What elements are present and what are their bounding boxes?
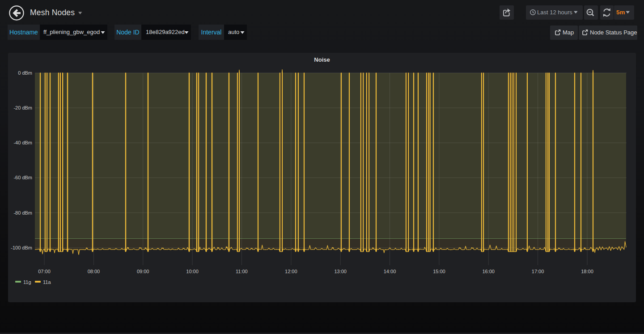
svg-text:15:00: 15:00 xyxy=(433,269,445,274)
svg-text:-20 dBm: -20 dBm xyxy=(13,105,32,110)
svg-text:18:00: 18:00 xyxy=(581,269,593,274)
svg-text:13:00: 13:00 xyxy=(334,269,347,274)
svg-text:10:00: 10:00 xyxy=(186,269,199,274)
svg-text:16:00: 16:00 xyxy=(482,269,495,274)
svg-text:09:00: 09:00 xyxy=(137,269,149,274)
svg-text:17:00: 17:00 xyxy=(532,269,544,274)
svg-text:-80 dBm: -80 dBm xyxy=(13,210,32,216)
svg-text:-60 dBm: -60 dBm xyxy=(13,175,32,180)
svg-text:-40 dBm: -40 dBm xyxy=(13,140,32,145)
svg-text:14:00: 14:00 xyxy=(384,269,396,274)
svg-text:07:00: 07:00 xyxy=(38,269,51,274)
svg-text:11a: 11a xyxy=(43,279,51,285)
svg-text:0 dBm: 0 dBm xyxy=(18,70,32,76)
svg-text:12:00: 12:00 xyxy=(285,269,297,274)
svg-text:08:00: 08:00 xyxy=(88,269,100,274)
svg-text:11:00: 11:00 xyxy=(236,269,248,274)
svg-text:-100 dBm: -100 dBm xyxy=(11,245,32,250)
svg-text:11g: 11g xyxy=(23,279,31,285)
